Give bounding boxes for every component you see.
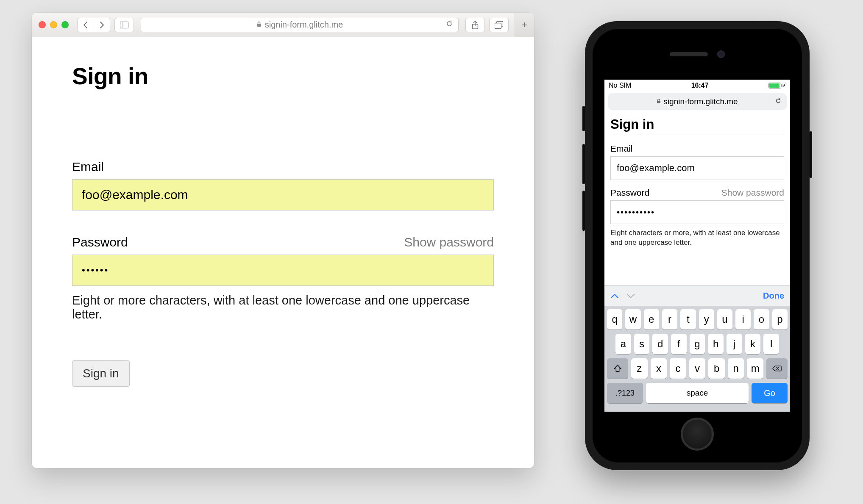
plus-icon: + (522, 19, 527, 30)
key-t[interactable]: t (680, 309, 696, 330)
backspace-key[interactable] (766, 358, 788, 379)
forward-button[interactable] (94, 22, 110, 28)
key-e[interactable]: e (644, 309, 659, 330)
email-input[interactable] (72, 179, 494, 210)
nav-buttons (77, 18, 110, 32)
iphone-screen: No SIM 16:47 ⚡︎ signin-form.glitch.me Si… (604, 80, 790, 412)
key-x[interactable]: x (651, 358, 667, 379)
carrier-text: No SIM (609, 82, 631, 89)
window-controls (39, 21, 69, 28)
bezel-top (593, 29, 802, 80)
password-input[interactable] (72, 255, 494, 286)
key-a[interactable]: a (615, 334, 631, 354)
url-bar[interactable]: signin-form.glitch.me (141, 18, 459, 32)
earpiece-speaker (670, 52, 708, 56)
mobile-url-bar[interactable]: signin-form.glitch.me (608, 93, 787, 110)
status-bar: No SIM 16:47 ⚡︎ (604, 80, 790, 91)
form-prev-button[interactable] (610, 291, 619, 302)
keyboard-row-2: asdfghjkl (607, 334, 788, 354)
key-b[interactable]: b (708, 358, 725, 379)
shift-key[interactable] (607, 358, 628, 379)
keyboard-row-1: qwertyuiop (607, 309, 788, 330)
key-z[interactable]: z (631, 358, 648, 379)
keyboard-row-3: zxcvbnm (607, 358, 788, 379)
password-field: Password Show password Eight or more cha… (72, 235, 494, 321)
svg-rect-2 (257, 24, 261, 27)
form-next-button[interactable] (626, 291, 635, 302)
url-text: signin-form.glitch.me (265, 20, 343, 30)
key-n[interactable]: n (728, 358, 744, 379)
new-tab-button[interactable]: + (515, 13, 534, 37)
keyboard-accessory-bar: Done (604, 285, 790, 306)
window-close-button[interactable] (39, 21, 46, 28)
tabs-button[interactable] (489, 18, 509, 32)
lock-icon (657, 98, 661, 105)
keyboard-done-button[interactable]: Done (763, 291, 784, 301)
key-p[interactable]: p (772, 309, 788, 330)
tabs-icon (495, 21, 503, 29)
key-r[interactable]: r (662, 309, 677, 330)
key-f[interactable]: f (671, 334, 687, 354)
iphone-frame: No SIM 16:47 ⚡︎ signin-form.glitch.me Si… (593, 29, 802, 462)
mobile-password-hint: Eight characters or more, with at least … (610, 228, 784, 248)
keyboard-row-4: .?123 space Go (607, 383, 788, 403)
mobile-email-input[interactable] (610, 156, 784, 180)
key-k[interactable]: k (745, 334, 761, 354)
clock-text: 16:47 (691, 82, 709, 89)
charging-icon: ⚡︎ (782, 83, 786, 89)
window-maximize-button[interactable] (61, 21, 69, 28)
go-key[interactable]: Go (752, 383, 788, 403)
key-s[interactable]: s (634, 334, 650, 354)
volume-down-button (582, 191, 585, 231)
page-content: Sign in Email Password Show password Eig… (32, 37, 534, 412)
key-l[interactable]: l (763, 334, 779, 354)
key-q[interactable]: q (607, 309, 622, 330)
home-button[interactable] (681, 418, 714, 451)
mobile-email-field: Email (610, 144, 784, 180)
svg-rect-5 (495, 23, 501, 28)
mobile-reload-button[interactable] (775, 97, 782, 106)
key-u[interactable]: u (717, 309, 732, 330)
password-label: Password (72, 235, 128, 249)
key-w[interactable]: w (625, 309, 640, 330)
key-y[interactable]: y (699, 309, 714, 330)
mobile-email-label: Email (610, 144, 633, 154)
mobile-page-title: Sign in (610, 117, 784, 135)
svg-rect-0 (120, 22, 128, 28)
key-g[interactable]: g (690, 334, 705, 354)
key-j[interactable]: j (727, 334, 742, 354)
show-password-toggle[interactable]: Show password (404, 235, 494, 249)
share-button[interactable] (465, 18, 485, 32)
email-field: Email (72, 160, 494, 210)
numbers-key[interactable]: .?123 (607, 383, 643, 403)
battery-indicator: ⚡︎ (768, 83, 786, 89)
key-i[interactable]: i (735, 309, 751, 330)
mute-switch (582, 106, 585, 131)
key-m[interactable]: m (747, 358, 763, 379)
shift-icon (613, 364, 622, 373)
chevron-right-icon (99, 22, 104, 28)
key-c[interactable]: c (670, 358, 686, 379)
key-h[interactable]: h (708, 334, 724, 354)
mobile-page-content: Sign in Email Password Show password Eig… (604, 114, 790, 285)
mobile-password-field: Password Show password Eight characters … (610, 188, 784, 248)
mobile-show-password-toggle[interactable]: Show password (721, 188, 784, 198)
sidebar-button[interactable] (114, 18, 134, 32)
sign-in-button[interactable]: Sign in (72, 360, 130, 387)
password-hint: Eight or more characters, with at least … (72, 294, 494, 321)
key-v[interactable]: v (689, 358, 706, 379)
space-key[interactable]: space (646, 383, 749, 403)
backspace-icon (772, 364, 782, 373)
mobile-url-text: signin-form.glitch.me (663, 97, 738, 106)
mobile-password-label: Password (610, 188, 649, 198)
ios-keyboard: qwertyuiop asdfghjkl zxcvbnm .?123 space… (604, 306, 790, 412)
key-o[interactable]: o (754, 309, 769, 330)
svg-rect-6 (657, 101, 660, 103)
window-minimize-button[interactable] (50, 21, 57, 28)
back-button[interactable] (78, 22, 94, 28)
reload-button[interactable] (445, 20, 453, 30)
mobile-password-input[interactable] (610, 200, 784, 224)
iphone-device: No SIM 16:47 ⚡︎ signin-form.glitch.me Si… (585, 21, 810, 470)
key-d[interactable]: d (652, 334, 668, 354)
front-camera (717, 50, 725, 58)
